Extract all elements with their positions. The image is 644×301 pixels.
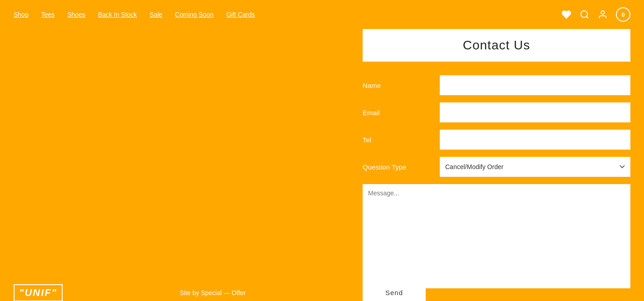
svg-point-2 [601, 11, 604, 14]
svg-line-1 [586, 16, 588, 18]
contact-title: Contact Us [463, 38, 531, 53]
svg-point-0 [581, 11, 588, 18]
message-textarea[interactable] [363, 184, 630, 288]
cart-count: 0 [621, 11, 624, 18]
footer-credit: Site by Special — Offer [180, 289, 246, 296]
question-type-select[interactable]: Cancel/Modify Order Order Status Returns… [440, 157, 630, 177]
contact-title-box: Contact Us [363, 29, 630, 62]
email-row: Email [363, 102, 630, 122]
nav-shoes[interactable]: Shoes [67, 11, 85, 18]
header-icons: 0 [561, 7, 630, 22]
name-input[interactable] [440, 75, 630, 95]
left-panel [14, 29, 344, 290]
nav-shop[interactable]: Shop [14, 11, 29, 18]
name-label: Name [363, 82, 440, 89]
wishlist-icon[interactable] [561, 10, 571, 19]
tel-input[interactable] [440, 130, 630, 150]
question-type-row: Question Type Cancel/Modify Order Order … [363, 157, 630, 177]
send-button[interactable]: Send [363, 282, 426, 301]
footer: "UNIF" Site by Special — Offer Send [0, 277, 644, 301]
header: Shop Tees Shoes Back In Stock Sale Comin… [0, 0, 644, 29]
name-row: Name [363, 75, 630, 95]
message-row [363, 184, 630, 290]
nav-sale[interactable]: Sale [150, 11, 162, 18]
tel-label: Tel [363, 136, 440, 144]
nav-tees[interactable]: Tees [41, 11, 55, 18]
email-label: Email [363, 109, 440, 117]
send-button-wrapper: Send [363, 282, 630, 301]
account-icon[interactable] [598, 10, 608, 19]
nav-coming-soon[interactable]: Coming Soon [175, 11, 214, 18]
search-icon[interactable] [580, 10, 590, 19]
main-nav: Shop Tees Shoes Back In Stock Sale Comin… [14, 11, 255, 18]
nav-back-in-stock[interactable]: Back In Stock [98, 11, 137, 18]
email-input[interactable] [440, 102, 630, 122]
brand-logo: "UNIF" [14, 284, 63, 301]
tel-row: Tel [363, 130, 630, 150]
question-type-label: Question Type [363, 163, 440, 171]
cart-icon[interactable]: 0 [616, 7, 630, 22]
main-content: Contact Us Name Email Tel Question Type [0, 29, 644, 301]
nav-gift-cards[interactable]: Gift Cards [226, 11, 255, 18]
contact-panel: Contact Us Name Email Tel Question Type [363, 29, 630, 290]
contact-form: Name Email Tel Question Type Cancel/Modi… [363, 75, 630, 290]
